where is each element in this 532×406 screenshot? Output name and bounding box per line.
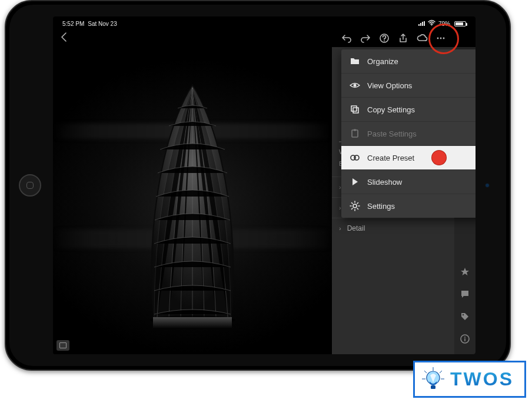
menu-label: Settings	[367, 202, 395, 211]
menu-label: Paste Settings	[367, 129, 417, 138]
svg-rect-12	[351, 106, 357, 111]
preset-icon	[350, 152, 360, 163]
more-icon[interactable]	[435, 33, 446, 44]
chevron-right-icon: ›	[339, 225, 341, 232]
menu-copy-settings[interactable]: Copy Settings	[341, 98, 476, 122]
svg-rect-7	[153, 317, 232, 329]
app-toolbar	[53, 29, 453, 47]
tablet-screen: 5:52 PM Sat Nov 23 79%	[53, 16, 476, 354]
svg-point-5	[443, 38, 445, 39]
svg-rect-15	[354, 129, 356, 131]
svg-rect-24	[431, 385, 435, 389]
filmstrip-toggle-icon[interactable]	[56, 340, 69, 351]
svg-rect-13	[353, 108, 358, 113]
menu-create-preset[interactable]: Create Preset	[341, 146, 476, 170]
menu-label: Organize	[367, 57, 398, 66]
status-date: Sat Nov 23	[88, 21, 117, 27]
photo-subject	[142, 85, 242, 326]
menu-organize[interactable]: Organize ›	[341, 49, 476, 74]
svg-point-2	[384, 41, 385, 42]
watermark-badge: TWOS	[413, 361, 526, 398]
play-icon	[350, 177, 360, 187]
undo-icon[interactable]	[341, 33, 352, 44]
menu-label: Copy Settings	[367, 105, 415, 114]
detail-section[interactable]: › Detail	[332, 218, 454, 238]
lightbulb-icon	[420, 366, 447, 393]
home-button[interactable]	[19, 174, 41, 197]
copy-icon	[350, 104, 360, 115]
photo-preview[interactable]	[53, 47, 332, 354]
front-camera	[485, 183, 490, 188]
menu-label: Create Preset	[367, 154, 414, 162]
svg-point-4	[440, 38, 442, 39]
menu-view-options[interactable]: View Options ›	[341, 74, 476, 98]
tablet-device-frame: 5:52 PM Sat Nov 23 79%	[5, 0, 511, 371]
menu-label: Slideshow	[367, 178, 402, 187]
comments-icon[interactable]	[460, 289, 470, 299]
paste-icon	[350, 128, 360, 139]
share-icon[interactable]	[398, 33, 408, 44]
redo-icon[interactable]	[360, 33, 371, 44]
svg-point-11	[354, 84, 357, 87]
svg-line-20	[424, 371, 427, 373]
svg-rect-14	[352, 130, 358, 137]
eye-icon	[350, 80, 360, 91]
more-menu: Organize › View Options › Copy Settings	[341, 49, 476, 218]
status-bar: 5:52 PM Sat Nov 23 79%	[53, 19, 476, 28]
cellular-signal-icon	[418, 21, 425, 26]
star-rating-icon[interactable]	[460, 267, 470, 277]
menu-paste-settings: Paste Settings	[341, 122, 476, 146]
menu-label: View Options	[367, 81, 412, 90]
battery-percent: 79%	[438, 21, 450, 27]
svg-point-0	[431, 25, 432, 26]
help-icon[interactable]	[379, 33, 390, 44]
menu-slideshow[interactable]: Slideshow	[341, 170, 476, 194]
back-button[interactable]	[60, 32, 68, 45]
watermark-text: TWOS	[450, 368, 514, 390]
folder-icon	[350, 56, 360, 66]
detail-label: Detail	[347, 224, 365, 232]
menu-settings[interactable]: Settings	[341, 194, 476, 218]
svg-point-3	[437, 38, 439, 39]
annotation-red-dot	[432, 151, 446, 165]
cloud-sync-icon[interactable]	[417, 33, 427, 44]
battery-icon	[454, 21, 466, 26]
svg-point-10	[464, 337, 466, 338]
status-time: 5:52 PM	[62, 21, 84, 27]
tag-icon[interactable]	[460, 312, 470, 321]
svg-line-21	[440, 371, 442, 373]
info-icon[interactable]	[460, 334, 470, 344]
wifi-icon	[428, 20, 435, 27]
svg-point-8	[463, 314, 464, 315]
gear-icon	[350, 201, 360, 211]
svg-point-18	[353, 204, 357, 208]
